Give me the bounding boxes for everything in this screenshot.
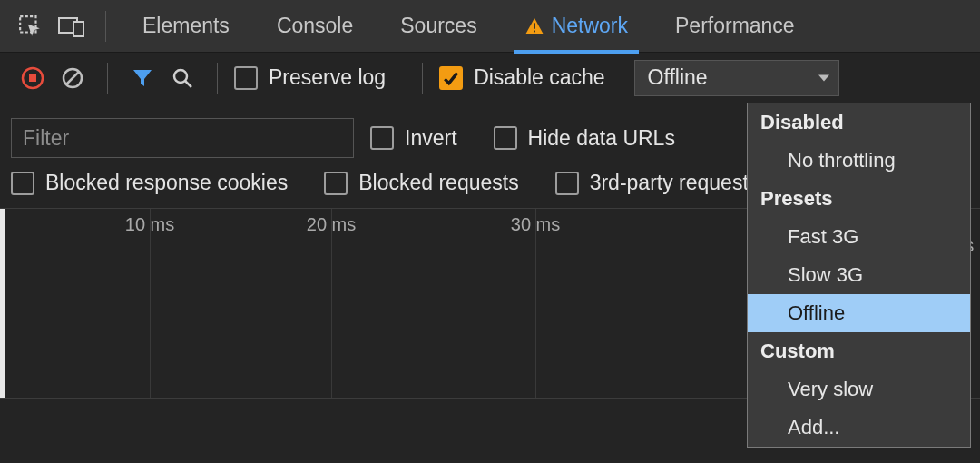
- checkbox-icon: [234, 66, 258, 90]
- filter-input[interactable]: [11, 118, 354, 158]
- hide-data-urls-label: Hide data URLs: [528, 126, 675, 151]
- menu-group-header: Disabled: [748, 103, 970, 142]
- checkbox-icon: [11, 172, 34, 195]
- menu-item[interactable]: Very slow: [748, 370, 970, 409]
- hide-data-urls-option[interactable]: Hide data URLs: [494, 126, 675, 151]
- blocked-cookies-label: Blocked response cookies: [45, 171, 288, 195]
- record-button[interactable]: [15, 60, 51, 96]
- checkbox-icon: [370, 126, 394, 150]
- checkbox-icon: [439, 66, 463, 90]
- svg-rect-6: [29, 74, 36, 82]
- warning-icon: [524, 17, 544, 35]
- clear-button[interactable]: [54, 60, 91, 96]
- search-icon[interactable]: [164, 60, 201, 96]
- separator: [107, 63, 108, 94]
- timeline-tick-label: 30 ms: [511, 214, 560, 235]
- checkbox-icon: [494, 126, 517, 150]
- menu-item[interactable]: Slow 3G: [748, 256, 970, 294]
- preserve-log-option[interactable]: Preserve log: [234, 65, 386, 90]
- tab-network-label: Network: [552, 14, 628, 38]
- preserve-log-label: Preserve log: [269, 65, 386, 90]
- inspect-element-icon[interactable]: [9, 5, 51, 47]
- throttling-dropdown[interactable]: Offline: [634, 60, 839, 96]
- device-toolbar-icon[interactable]: [51, 5, 93, 47]
- tab-sources[interactable]: Sources: [377, 0, 500, 53]
- separator: [422, 63, 423, 94]
- chevron-down-icon: [818, 74, 829, 81]
- timeline-tick-label: 10 ms: [125, 214, 174, 235]
- timeline-cursor[interactable]: [0, 209, 5, 398]
- invert-label: Invert: [405, 126, 457, 151]
- svg-rect-4: [534, 30, 535, 32]
- svg-rect-3: [534, 23, 535, 28]
- third-party-label: 3rd-party requests: [590, 171, 760, 195]
- svg-line-10: [185, 81, 191, 87]
- svg-rect-2: [74, 22, 83, 36]
- svg-line-8: [66, 72, 79, 84]
- timeline-gridline: [150, 209, 151, 398]
- invert-option[interactable]: Invert: [370, 126, 457, 151]
- timeline-gridline: [331, 209, 332, 398]
- menu-item[interactable]: No throttling: [748, 142, 970, 180]
- network-toolbar: Preserve log Disable cache Offline: [0, 53, 980, 103]
- svg-point-9: [174, 70, 187, 83]
- tab-performance[interactable]: Performance: [652, 0, 818, 53]
- blocked-requests-option[interactable]: Blocked requests: [324, 171, 518, 195]
- menu-item[interactable]: Offline: [748, 294, 970, 332]
- throttling-selected: Offline: [648, 65, 708, 90]
- tab-console[interactable]: Console: [253, 0, 377, 53]
- menu-item[interactable]: Fast 3G: [748, 218, 970, 256]
- menu-item[interactable]: Add...: [748, 409, 970, 447]
- menu-group-header: Presets: [748, 180, 970, 218]
- devtools-tabstrip: Elements Console Sources Network Perform…: [0, 0, 980, 53]
- blocked-cookies-option[interactable]: Blocked response cookies: [11, 171, 288, 195]
- filter-icon[interactable]: [124, 60, 161, 96]
- checkbox-icon: [324, 172, 348, 195]
- blocked-requests-label: Blocked requests: [358, 171, 518, 195]
- menu-group-header: Custom: [748, 332, 970, 370]
- separator: [217, 63, 218, 94]
- disable-cache-label: Disable cache: [474, 65, 604, 90]
- timeline-gridline: [535, 209, 536, 398]
- third-party-option[interactable]: 3rd-party requests: [555, 171, 760, 195]
- throttling-menu: DisabledNo throttlingPresetsFast 3GSlow …: [747, 103, 971, 448]
- disable-cache-option[interactable]: Disable cache: [439, 65, 604, 90]
- tab-elements[interactable]: Elements: [119, 0, 253, 53]
- checkbox-icon: [555, 172, 579, 195]
- tab-network[interactable]: Network: [501, 0, 652, 53]
- timeline-tick-label: 20 ms: [307, 214, 356, 235]
- separator: [105, 11, 106, 42]
